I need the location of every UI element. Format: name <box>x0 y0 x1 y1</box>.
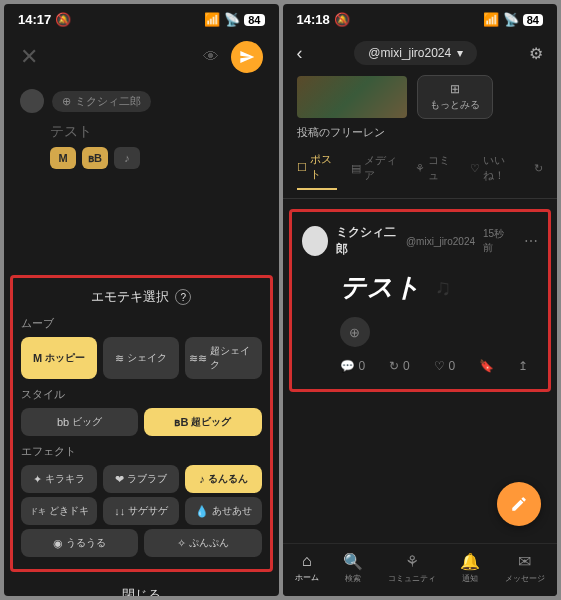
tab-label: いいね！ <box>483 153 520 183</box>
user-chip[interactable]: ⊕ ミクシィ二郎 <box>52 91 151 112</box>
option-asease[interactable]: 💧あせあせ <box>185 497 261 525</box>
gear-icon[interactable]: ⚙ <box>529 44 543 63</box>
post-icon: ☐ <box>297 161 307 174</box>
sweat-icon: 💧 <box>195 505 209 518</box>
avatar[interactable] <box>302 226 328 256</box>
post-highlight: ミクシィ二郎 @mixi_jiro2024 15秒前 ⋯ テスト ♫ ⊕ 💬0 … <box>289 209 552 392</box>
tab-community[interactable]: ⚘コミュ <box>415 152 456 190</box>
reply-action[interactable]: 💬0 <box>340 359 366 373</box>
help-icon[interactable]: ? <box>175 289 191 305</box>
share-icon: ↥ <box>518 359 528 373</box>
nav-community[interactable]: ⚘コミュニティ <box>388 552 436 584</box>
like-count: 0 <box>449 359 456 373</box>
tab-like[interactable]: ♡いいね！ <box>470 152 520 190</box>
wave-icon: ≋≋ <box>189 352 207 365</box>
heart-icon: ♡ <box>470 162 480 175</box>
bookmark-action[interactable]: 🔖 <box>479 359 494 373</box>
panel-title: エモテキ選択 ? <box>21 288 262 306</box>
hoppy-chip[interactable]: M <box>50 147 76 169</box>
zoom-button[interactable]: ⊕ <box>340 317 370 347</box>
nav-label: ホーム <box>295 572 319 583</box>
option-big[interactable]: bbビッグ <box>21 408 138 436</box>
message-icon: ✉ <box>518 552 531 571</box>
tab-label: ポスト <box>310 152 338 182</box>
reply-count: 0 <box>359 359 366 373</box>
option-punpun[interactable]: ✧ぷんぷん <box>144 529 261 557</box>
user-chip-label: ミクシィ二郎 <box>75 94 141 109</box>
style-chip[interactable]: ʙB <box>82 147 108 169</box>
nav-label: メッセージ <box>505 573 545 584</box>
effect-chip[interactable]: ♪ <box>114 147 140 169</box>
home-icon: ⌂ <box>302 552 312 570</box>
like-action[interactable]: ♡0 <box>434 359 456 373</box>
bookmark-icon: 🔖 <box>479 359 494 373</box>
option-hoppy[interactable]: Mホッピー <box>21 337 97 379</box>
nav-notifications[interactable]: 🔔通知 <box>460 552 480 584</box>
wave-icon: ≋ <box>115 352 124 365</box>
banner-row: ⊞ もっとみる <box>283 75 558 119</box>
bb-icon: bb <box>57 416 69 428</box>
community-icon: ⚘ <box>405 552 419 571</box>
post-handle: @mixi_jiro2024 <box>406 236 475 247</box>
option-label: あせあせ <box>212 504 252 518</box>
banner-caption: 投稿のフリーレン <box>283 119 558 152</box>
option-uruuru[interactable]: ◉うるうる <box>21 529 138 557</box>
bell-off-icon: 🔕 <box>55 12 71 27</box>
compose-body: ⊕ ミクシィ二郎 テスト M ʙB ♪ <box>4 83 279 175</box>
emoteki-panel: エモテキ選択 ? ムーブ Mホッピー ≋シェイク ≋≋超シェイク スタイル bb… <box>10 275 273 572</box>
music-note-icon: ♫ <box>435 275 452 301</box>
battery-badge: 84 <box>523 14 543 26</box>
option-super-big[interactable]: ʙB超ビッグ <box>144 408 261 436</box>
tab-post[interactable]: ☐ポスト <box>297 152 338 190</box>
tab-repost[interactable]: ↻ <box>534 152 543 190</box>
send-button[interactable] <box>231 41 263 73</box>
post[interactable]: ミクシィ二郎 @mixi_jiro2024 15秒前 ⋯ テスト ♫ ⊕ 💬0 … <box>292 212 549 389</box>
option-label: ホッピー <box>45 351 85 365</box>
tab-media[interactable]: ▤メディア <box>351 152 401 190</box>
handle-dropdown[interactable]: @mixi_jiro2024 ▾ <box>354 41 477 65</box>
signal-icon: 📶 <box>483 12 499 27</box>
battery-badge: 84 <box>244 14 264 26</box>
tab-label: コミュ <box>428 153 456 183</box>
option-super-shake[interactable]: ≋≋超シェイク <box>185 337 261 379</box>
repost-action[interactable]: ↻0 <box>389 359 410 373</box>
nav-search[interactable]: 🔍検索 <box>343 552 363 584</box>
signal-icon: 📶 <box>204 12 220 27</box>
option-kirakira[interactable]: ✦キラキラ <box>21 465 97 493</box>
visibility-icon[interactable]: 👁 <box>203 48 219 66</box>
option-lovelove[interactable]: ❤ラブラブ <box>103 465 179 493</box>
reply-icon: 💬 <box>340 359 355 373</box>
option-sagesage[interactable]: ↓↓サゲサゲ <box>103 497 179 525</box>
option-shake[interactable]: ≋シェイク <box>103 337 179 379</box>
nav-home[interactable]: ⌂ホーム <box>295 552 319 584</box>
qr-icon: ⊞ <box>430 82 480 96</box>
effect-row-2: ドキどきドキ ↓↓サゲサゲ 💧あせあせ <box>21 497 262 525</box>
close-button[interactable]: 閉じる <box>4 572 279 596</box>
effect-label: エフェクト <box>21 444 262 459</box>
option-label: どきドキ <box>49 504 89 518</box>
compose-text[interactable]: テスト <box>50 123 263 141</box>
tab-label: メディア <box>364 153 401 183</box>
back-icon[interactable]: ‹ <box>297 43 303 64</box>
repost-icon: ↻ <box>389 359 399 373</box>
note-icon: ♪ <box>199 473 205 485</box>
wifi-icon: 📡 <box>224 12 240 27</box>
nav-messages[interactable]: ✉メッセージ <box>505 552 545 584</box>
more-icon[interactable]: ⋯ <box>524 233 538 249</box>
close-icon[interactable]: ✕ <box>20 44 38 70</box>
option-label: ぷんぷん <box>189 536 229 550</box>
compose-fab[interactable] <box>497 482 541 526</box>
banner-image[interactable] <box>297 76 407 118</box>
more-button[interactable]: ⊞ もっとみる <box>417 75 493 119</box>
post-body: テスト ♫ <box>302 258 539 317</box>
post-author: ミクシィ二郎 <box>336 224 398 258</box>
option-runrun[interactable]: ♪るんるん <box>185 465 261 493</box>
status-bar: 14:18 🔕 📶 📡 84 <box>283 4 558 31</box>
share-action[interactable]: ↥ <box>518 359 528 373</box>
compose-header: ✕ 👁 <box>4 31 279 83</box>
post-actions: 💬0 ↻0 ♡0 🔖 ↥ <box>302 347 539 377</box>
tear-icon: ◉ <box>53 537 63 550</box>
status-time: 14:18 <box>297 12 330 27</box>
option-dokidoki[interactable]: ドキどきドキ <box>21 497 97 525</box>
bottom-nav: ⌂ホーム 🔍検索 ⚘コミュニティ 🔔通知 ✉メッセージ <box>283 543 558 596</box>
